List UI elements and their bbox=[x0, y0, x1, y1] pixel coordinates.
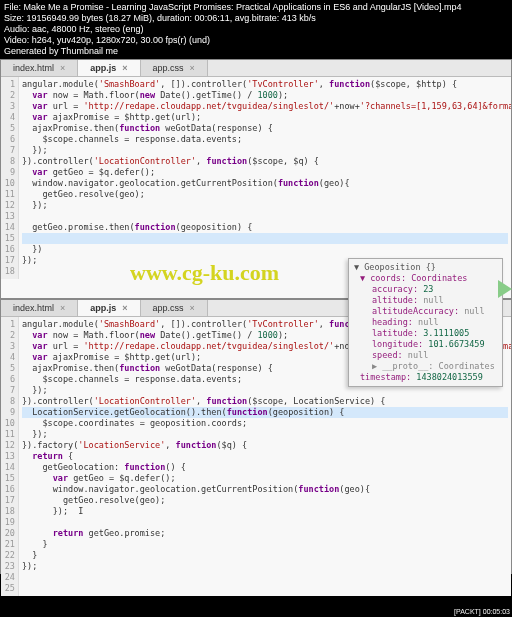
close-icon[interactable]: × bbox=[122, 303, 127, 313]
line-gutter: 123456789101112131415161718 bbox=[1, 77, 19, 279]
tab-app-css[interactable]: app.css× bbox=[141, 60, 208, 76]
tab-bar: index.html× app.js× app.css× bbox=[1, 60, 511, 77]
debug-tooltip: ▼ Geoposition {} ▼ coords: Coordinates a… bbox=[348, 258, 503, 387]
meta-file: File: Make Me a Promise - Learning JavaS… bbox=[4, 2, 508, 13]
file-metadata: File: Make Me a Promise - Learning JavaS… bbox=[0, 0, 512, 59]
timestamp: 00:05:03 bbox=[483, 608, 510, 615]
close-icon[interactable]: × bbox=[190, 303, 195, 313]
close-icon[interactable]: × bbox=[122, 63, 127, 73]
meta-gen: Generated by Thumbnail me bbox=[4, 46, 508, 57]
tab-app-js[interactable]: app.js× bbox=[78, 60, 140, 76]
tab-app-css[interactable]: app.css× bbox=[141, 300, 208, 316]
meta-audio: Audio: aac, 48000 Hz, stereo (eng) bbox=[4, 24, 508, 35]
tab-index-html[interactable]: index.html× bbox=[1, 300, 78, 316]
brand-logo: [PACKT] bbox=[454, 608, 481, 615]
video-overlay: [PACKT] 00:05:03 bbox=[454, 608, 510, 615]
close-icon[interactable]: × bbox=[60, 63, 65, 73]
close-icon[interactable]: × bbox=[190, 63, 195, 73]
line-gutter: 1234567891011121314151617181920212223242… bbox=[1, 317, 19, 596]
meta-size: Size: 19156949.99 bytes (18.27 MiB), dur… bbox=[4, 13, 508, 24]
code-content[interactable]: angular.module('SmashBoard', []).control… bbox=[19, 77, 511, 279]
play-icon[interactable] bbox=[498, 280, 512, 298]
tab-app-js[interactable]: app.js× bbox=[78, 300, 140, 316]
watermark-text: www.cg-ku.com bbox=[130, 260, 279, 286]
tab-index-html[interactable]: index.html× bbox=[1, 60, 78, 76]
debug-title: ▼ Geoposition {} bbox=[354, 262, 497, 273]
meta-video: Video: h264, yuv420p, 1280x720, 30.00 fp… bbox=[4, 35, 508, 46]
close-icon[interactable]: × bbox=[60, 303, 65, 313]
code-area[interactable]: 123456789101112131415161718 angular.modu… bbox=[1, 77, 511, 279]
